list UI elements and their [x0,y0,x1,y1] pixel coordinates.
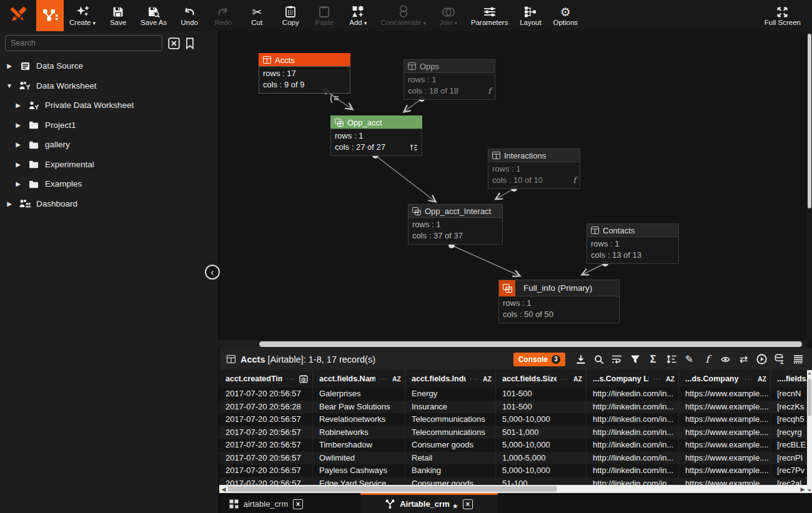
node-contacts[interactable]: Contacts rows : 1 cols : 13 of 13 [587,223,679,264]
column-header[interactable]: ...ds.Company w···AZ [679,370,771,388]
aggregate-database-icon[interactable]: Σ [771,354,789,364]
active-workflow-tile[interactable] [36,0,64,31]
table-cell[interactable]: [rec7Pv [771,464,812,477]
table-cell[interactable]: 2017-07-20 20:56:57 [219,452,313,465]
cut-button[interactable]: ✂ Cut [240,0,274,31]
table-cell[interactable]: https://www.example.... [679,426,771,439]
table-cell[interactable]: Consumer goods [405,439,496,452]
node-opp-acct-interact[interactable]: Opp_acct_Interact rows : 1 cols : 37 of … [408,204,503,245]
table-cell[interactable]: [recyrg [771,426,812,439]
column-header[interactable]: ....fields. [771,370,812,388]
sort-az-icon[interactable]: AZ [666,375,675,383]
sidebar-collapse-button[interactable]: ‹ [205,265,220,280]
chevron-collapsed-icon[interactable]: ▶ [14,141,22,148]
scroll-up-icon[interactable]: ▲ [807,371,812,375]
table-cell[interactable]: 2017-07-20 20:56:57 [219,426,313,439]
table-cell[interactable]: https://www.example.... [679,413,771,426]
clear-search-icon[interactable] [168,37,180,49]
sidebar-item-gallery[interactable]: ▶gallery [0,135,219,155]
search-input[interactable] [5,35,162,51]
column-menu-icon[interactable]: ··· [653,375,661,383]
dense-rows-icon[interactable] [789,354,807,364]
table-cell[interactable]: Telecommunications [405,426,496,439]
table-cell[interactable]: http://linkedin.com/in... [587,439,679,452]
table-row[interactable]: 2017-07-20 20:56:57OwlimitedRetail1,000-… [219,452,812,465]
close-tab-icon[interactable]: × [293,499,303,509]
sidebar-item-dashboard[interactable]: ▶Dashboard [0,194,219,214]
table-cell[interactable]: 5,000-10,000 [496,464,587,477]
table-cell[interactable]: Revelationetworks [313,413,405,426]
table-cell[interactable]: https://www.example.... [679,388,771,401]
column-header[interactable]: ...s.Company Li···AZ [587,370,679,388]
filter-icon[interactable] [626,354,644,364]
chevron-expanded-icon[interactable]: ▼ [5,82,14,89]
table-cell[interactable]: Insurance [405,401,496,414]
column-menu-icon[interactable]: ··· [745,375,753,383]
add-button[interactable]: Add▾ [341,0,375,31]
table-cell[interactable]: [recnN [771,388,812,401]
run-history-icon[interactable] [753,354,771,364]
edit-pencil-icon[interactable]: ✎ [680,354,698,364]
table-row[interactable]: 2017-07-20 20:56:57RevelationetworksTele… [219,413,812,426]
table-cell[interactable]: http://linkedin.com/in... [587,413,679,426]
sidebar-item-examples[interactable]: ▶Examples [0,174,219,194]
node-accts[interactable]: Accts rows : 17 cols : 9 of 9 [259,53,350,94]
join-button[interactable]: Join▾ [432,0,465,31]
create-button[interactable]: Create▾ [64,0,101,31]
table-cell[interactable]: Robinetworks [313,426,405,439]
table-cell[interactable]: https://www.example.... [679,464,771,477]
concatenate-button[interactable]: Concatenate▾ [375,0,432,31]
table-row[interactable]: 2017-07-20 20:56:57RobinetworksTelecommu… [219,426,812,439]
table-cell[interactable]: 2017-07-20 20:56:57 [219,464,313,477]
sidebar-item-private-data-worksheet[interactable]: ▶Private Data Worksheet [0,95,219,115]
node-opps[interactable]: Opps rows : 1 cols : 18 of 18f [404,59,495,100]
table-cell[interactable]: Timbershadow [313,439,405,452]
chevron-collapsed-icon[interactable]: ▶ [14,122,22,129]
workflow-canvas[interactable]: (≡ Accts rows : 17 cols : 9 of 9 Opps [219,31,807,340]
table-cell[interactable]: 2017-07-20 20:56:57 [219,439,313,452]
table-cell[interactable]: Energy [405,388,496,401]
table-cell[interactable]: https://www.example.... [679,401,771,414]
grid-horizontal-scrollbar[interactable]: ◀ ▶ [219,485,807,493]
table-row[interactable]: 2017-07-20 20:56:57GalerprisesEnergy101-… [219,388,812,401]
swap-columns-icon[interactable]: ⇄ [735,354,753,364]
table-cell[interactable]: http://linkedin.com/in... [587,401,679,414]
app-logo[interactable] [0,0,36,31]
datetime-type-icon[interactable] [299,374,309,383]
column-menu-icon[interactable]: ··· [560,375,569,383]
table-cell[interactable]: 5,000-10,000 [496,439,587,452]
sigma-icon[interactable]: Σ [644,354,662,364]
chevron-collapsed-icon[interactable]: ▶ [14,102,22,109]
full-screen-button[interactable]: Full Screen [759,0,812,31]
save-button[interactable]: Save [101,0,135,31]
download-icon[interactable] [572,354,590,364]
table-cell[interactable]: [recBLE [771,439,812,452]
tab-airtable-crm-workflow[interactable]: Airtable_crm ★ × [360,493,498,513]
node-full-info-primary[interactable]: Full_info (Primary) rows : 1 cols : 50 o… [498,280,620,323]
chevron-collapsed-icon[interactable]: ▶ [5,200,14,207]
table-cell[interactable]: https://www.example.... [679,439,771,452]
sort-az-icon[interactable]: AZ [392,375,401,383]
scroll-left-icon[interactable]: ◀ [219,486,228,492]
column-header[interactable]: acct.fields.Name···AZ [313,370,405,388]
options-button[interactable]: ⚙ Options [547,0,583,31]
table-cell[interactable]: [recnPI [771,452,812,465]
search-icon[interactable] [590,354,608,364]
chevron-collapsed-icon[interactable]: ▶ [14,180,22,187]
column-menu-icon[interactable]: ··· [286,375,295,383]
console-button[interactable]: Console 3 [513,353,565,366]
column-menu-icon[interactable]: ··· [470,375,478,383]
table-cell[interactable]: 5,000-10,000 [496,413,587,426]
column-menu-icon[interactable]: ··· [379,375,388,383]
table-cell[interactable]: Bear Paw Solutions [313,401,405,414]
column-header[interactable]: acct.fields.Indus···AZ [405,370,496,388]
grid-vertical-scrollbar[interactable]: ▲ ▼ [807,370,812,493]
sort-az-icon[interactable]: AZ [758,375,766,383]
sidebar-item-experimental[interactable]: ▶Experimental [0,155,219,175]
table-cell[interactable]: 101-500 [496,388,587,401]
chevron-collapsed-icon[interactable]: ▶ [5,62,14,69]
canvas-vertical-scrollbar[interactable] [807,31,812,340]
table-row[interactable]: 2017-07-20 20:56:57Payless CashwaysBanki… [219,464,812,477]
close-tab-icon[interactable]: × [463,499,473,509]
sort-az-icon[interactable]: AZ [483,375,492,383]
